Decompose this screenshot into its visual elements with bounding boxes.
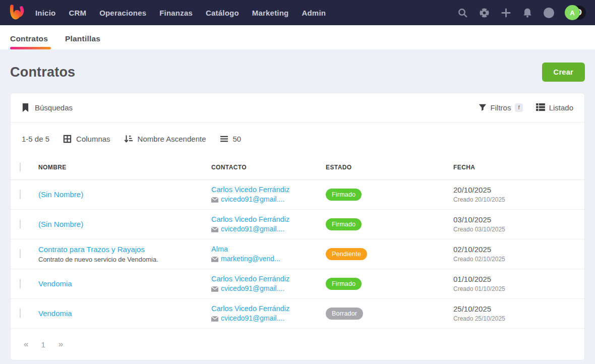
contract-created-date: Creado 02/10/2025 bbox=[453, 255, 584, 264]
nav-item-inicio[interactable]: Inicio bbox=[35, 9, 55, 17]
pagination: « 1 » bbox=[11, 329, 584, 360]
contract-name-link[interactable]: Vendomia bbox=[38, 309, 72, 318]
contact-name-link[interactable]: Carlos Vicedo Ferrándiz bbox=[211, 274, 326, 284]
column-header-nombre[interactable]: NOMBRE bbox=[38, 164, 211, 171]
pagination-page-1[interactable]: 1 bbox=[41, 340, 45, 349]
tab-plantillas[interactable]: Plantillas bbox=[65, 34, 100, 49]
table-row: Contrato para Trazos y Rayajos Contrato … bbox=[11, 239, 584, 269]
nav-item-operaciones[interactable]: Operaciones bbox=[99, 9, 146, 17]
email-icon bbox=[211, 316, 218, 322]
column-header-contacto[interactable]: CONTACTO bbox=[211, 164, 326, 171]
page-size-value: 50 bbox=[233, 135, 242, 143]
page-size-selector[interactable]: 50 bbox=[220, 135, 242, 143]
status-badge: Borrador bbox=[326, 308, 363, 320]
contact-name-link[interactable]: Alma bbox=[211, 244, 326, 254]
contract-date: 20/10/2025 bbox=[453, 185, 584, 196]
contact-email-link[interactable]: cvicedo91@gmail.... bbox=[221, 224, 284, 234]
row-checkbox[interactable] bbox=[20, 309, 21, 318]
columns-button[interactable]: Columnas bbox=[63, 135, 110, 143]
table-row: Vendomia Carlos Vicedo Ferrándiz cvicedo… bbox=[11, 299, 584, 329]
table-row: (Sin Nombre) Carlos Vicedo Ferrándiz cvi… bbox=[11, 180, 584, 210]
email-icon bbox=[211, 286, 218, 292]
contract-date: 01/10/2025 bbox=[453, 274, 584, 285]
contracts-card: Búsquedas Filtros f Listado 1-5 de 5 Col… bbox=[10, 93, 585, 360]
main-menu: Inicio CRM Operaciones Finanzas Catálogo… bbox=[35, 9, 326, 17]
add-plus-icon[interactable] bbox=[500, 7, 511, 18]
contact-email-link[interactable]: marketing@vend... bbox=[221, 254, 280, 264]
saved-searches-label: Búsquedas bbox=[35, 103, 73, 112]
email-icon bbox=[211, 197, 218, 203]
contact-email-link[interactable]: cvicedo91@gmail.... bbox=[221, 284, 284, 294]
vendomia-logo[interactable] bbox=[6, 2, 28, 24]
contract-name-link[interactable]: Vendomia bbox=[38, 279, 72, 288]
table-header-row: NOMBRE CONTACTO ESTADO FECHA bbox=[11, 155, 584, 180]
status-badge: Firmado bbox=[326, 189, 362, 201]
status-badge: Pendiente bbox=[326, 248, 367, 260]
contract-created-date: Creado 03/10/2025 bbox=[453, 225, 584, 234]
nav-item-marketing[interactable]: Marketing bbox=[252, 9, 289, 17]
notifications-bell-icon[interactable] bbox=[522, 7, 533, 18]
contact-name-link[interactable]: Carlos Vicedo Ferrándiz bbox=[211, 185, 326, 195]
column-header-estado[interactable]: ESTADO bbox=[326, 164, 453, 171]
search-icon[interactable] bbox=[457, 7, 468, 18]
contract-name-link[interactable]: (Sin Nombre) bbox=[38, 190, 83, 199]
contract-subtitle: Contrato de nuevo servicio de Vendomia. bbox=[38, 255, 204, 264]
page-title: Contratos bbox=[10, 65, 75, 80]
top-navigation-bar: Inicio CRM Operaciones Finanzas Catálogo… bbox=[0, 0, 595, 25]
email-icon bbox=[211, 227, 218, 232]
section-tabs: Contratos Plantillas bbox=[0, 25, 595, 49]
contract-date: 03/10/2025 bbox=[453, 214, 584, 225]
contact-name-link[interactable]: Carlos Vicedo Ferrándiz bbox=[211, 304, 326, 314]
help-lifebuoy-icon[interactable] bbox=[479, 7, 490, 18]
nav-item-admin[interactable]: Admin bbox=[302, 9, 326, 17]
sort-label: Nombre Ascendente bbox=[138, 135, 206, 143]
contract-created-date: Creado 20/10/2025 bbox=[453, 196, 584, 204]
filters-shortcut-badge: f bbox=[515, 103, 522, 112]
row-checkbox[interactable] bbox=[20, 279, 21, 288]
status-circle-icon[interactable] bbox=[544, 8, 554, 18]
table-row: (Sin Nombre) Carlos Vicedo Ferrándiz cvi… bbox=[11, 210, 584, 239]
user-avatar[interactable]: Ɔ A bbox=[565, 5, 586, 20]
nav-item-catalogo[interactable]: Catálogo bbox=[206, 9, 239, 17]
contract-created-date: Creado 25/10/2025 bbox=[453, 315, 584, 323]
status-badge: Firmado bbox=[326, 278, 362, 290]
contract-date: 02/10/2025 bbox=[453, 244, 584, 255]
result-range: 1-5 de 5 bbox=[22, 135, 49, 143]
saved-searches-button[interactable]: Búsquedas bbox=[22, 103, 73, 112]
select-all-checkbox[interactable] bbox=[20, 162, 21, 172]
row-checkbox[interactable] bbox=[20, 219, 21, 229]
tab-contratos[interactable]: Contratos bbox=[10, 34, 48, 49]
email-icon bbox=[211, 257, 218, 262]
contract-date: 25/10/2025 bbox=[453, 304, 584, 315]
tab-plantillas-label: Plantillas bbox=[65, 34, 100, 43]
create-button[interactable]: Crear bbox=[542, 63, 585, 82]
filters-label: Filtros bbox=[491, 103, 511, 112]
contract-created-date: Creado 01/10/2025 bbox=[453, 285, 584, 293]
active-tab-underline bbox=[10, 47, 51, 49]
table-body: (Sin Nombre) Carlos Vicedo Ferrándiz cvi… bbox=[11, 180, 584, 329]
tab-contratos-label: Contratos bbox=[10, 34, 48, 43]
user-avatar-initial: A bbox=[565, 5, 580, 20]
sort-button[interactable]: Nombre Ascendente bbox=[124, 135, 206, 143]
status-badge: Firmado bbox=[326, 218, 362, 230]
view-mode-label: Listado bbox=[549, 103, 573, 112]
contract-name-link[interactable]: Contrato para Trazos y Rayajos bbox=[38, 245, 145, 254]
table-row: Vendomia Carlos Vicedo Ferrándiz cvicedo… bbox=[11, 269, 584, 299]
view-mode-button[interactable]: Listado bbox=[536, 103, 573, 112]
filters-button[interactable]: Filtros f bbox=[479, 103, 523, 112]
row-checkbox[interactable] bbox=[20, 190, 21, 199]
pagination-next-button[interactable]: » bbox=[58, 339, 63, 349]
contract-name-link[interactable]: (Sin Nombre) bbox=[38, 220, 83, 228]
pagination-prev-button[interactable]: « bbox=[24, 339, 28, 349]
contact-email-link[interactable]: cvicedo91@gmail.... bbox=[221, 195, 284, 205]
row-checkbox[interactable] bbox=[20, 249, 21, 259]
contact-name-link[interactable]: Carlos Vicedo Ferrándiz bbox=[211, 214, 326, 224]
nav-item-finanzas[interactable]: Finanzas bbox=[159, 9, 193, 17]
column-header-fecha[interactable]: FECHA bbox=[453, 164, 584, 171]
contact-email-link[interactable]: cvicedo91@gmail.... bbox=[221, 314, 284, 324]
columns-label: Columnas bbox=[76, 135, 110, 143]
nav-item-crm[interactable]: CRM bbox=[69, 9, 86, 17]
